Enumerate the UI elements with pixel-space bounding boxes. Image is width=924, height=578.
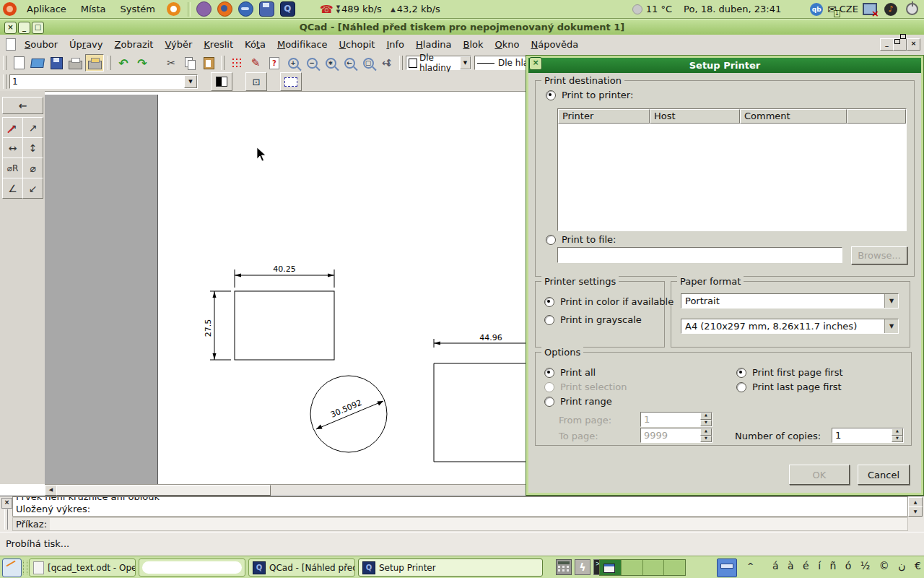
char-item[interactable]: é bbox=[803, 560, 809, 571]
task-blank[interactable] bbox=[139, 558, 245, 577]
workspace-switcher[interactable] bbox=[599, 559, 686, 576]
to-page-spinner[interactable]: 9999 ▲▼ bbox=[640, 428, 712, 443]
command-close-button[interactable]: × bbox=[1, 498, 12, 509]
radio-icon[interactable] bbox=[544, 315, 554, 325]
char-item[interactable]: ñ bbox=[829, 560, 836, 571]
command-input[interactable] bbox=[50, 518, 907, 530]
menu-upravy[interactable]: Úpravy bbox=[64, 39, 109, 50]
command-prompt-row[interactable]: Příkaz: bbox=[12, 517, 908, 531]
menu-places[interactable]: Místa bbox=[74, 0, 113, 18]
zoom-auto-button[interactable]: ∗ bbox=[322, 55, 339, 71]
menu-info[interactable]: Info bbox=[380, 39, 410, 50]
char-item[interactable]: ن bbox=[898, 560, 905, 571]
modem-icon[interactable]: ☎ bbox=[320, 3, 334, 16]
zoom-window-button[interactable]: ▢ bbox=[359, 55, 377, 71]
cut-button[interactable]: ✂ bbox=[162, 55, 180, 71]
workspace-2[interactable] bbox=[621, 560, 642, 575]
radio-icon[interactable] bbox=[546, 235, 556, 245]
spin-down-icon[interactable]: ▼ bbox=[700, 436, 712, 443]
orientation-combo[interactable]: Portrait ▼ bbox=[681, 293, 899, 309]
radio-icon[interactable] bbox=[544, 297, 554, 307]
qcad-launcher-icon[interactable]: Q bbox=[280, 1, 295, 17]
dim-radius-button[interactable]: ⌀R bbox=[2, 158, 23, 178]
chevron-down-icon[interactable]: ▼ bbox=[884, 294, 898, 308]
zoom-previous-button[interactable]: ← bbox=[341, 55, 358, 71]
print-to-file-radio[interactable]: Print to file: bbox=[546, 234, 616, 245]
menu-hladina[interactable]: Hladina bbox=[410, 39, 457, 50]
cancel-button[interactable]: Cancel bbox=[858, 465, 910, 485]
new-file-button[interactable] bbox=[10, 55, 27, 71]
thunderbird-launcher-icon[interactable] bbox=[238, 1, 253, 17]
char-item[interactable]: í bbox=[818, 560, 821, 571]
spin-up-icon[interactable]: ▲ bbox=[700, 428, 712, 436]
page-origin-toggle-button[interactable]: ⊡ bbox=[245, 72, 267, 91]
mdi-close-button[interactable]: × bbox=[907, 38, 920, 51]
redraw-button[interactable]: ? bbox=[266, 55, 283, 71]
char-item[interactable]: à bbox=[788, 560, 794, 571]
radio-icon[interactable] bbox=[736, 368, 746, 378]
dim-aligned-button[interactable]: ↗ bbox=[2, 117, 23, 138]
mdi-minimize-button[interactable]: _ bbox=[880, 38, 894, 51]
print-preview-button[interactable] bbox=[85, 54, 104, 72]
char-item[interactable]: ½ bbox=[860, 560, 871, 571]
show-desktop-button[interactable] bbox=[2, 558, 22, 577]
dim-vertical-button[interactable]: ↕ bbox=[22, 137, 43, 158]
menu-applications[interactable]: Aplikace bbox=[19, 0, 74, 18]
help-icon[interactable] bbox=[167, 2, 180, 16]
network-offline-icon[interactable] bbox=[863, 3, 877, 15]
print-to-printer-radio[interactable]: Print to printer: bbox=[546, 90, 633, 100]
clock[interactable]: Po, 18. duben, 23:41 bbox=[684, 4, 781, 14]
pidgin-launcher-icon[interactable] bbox=[196, 1, 212, 17]
menu-kota[interactable]: Kóta bbox=[239, 39, 271, 50]
volume-icon[interactable]: ♪ bbox=[884, 3, 897, 16]
pan-button[interactable] bbox=[378, 55, 396, 71]
mdi-restore-button[interactable] bbox=[893, 38, 907, 51]
print-all-radio[interactable]: Print all bbox=[544, 367, 596, 378]
menu-zobrazit[interactable]: Zobrazit bbox=[109, 39, 160, 50]
scroll-left-button[interactable]: ◀ bbox=[45, 485, 57, 496]
file-drawer-icon[interactable] bbox=[717, 558, 737, 577]
menu-okno[interactable]: Okno bbox=[489, 39, 525, 50]
spin-up-icon[interactable]: ▲ bbox=[892, 428, 903, 436]
spin-down-icon[interactable]: ▼ bbox=[700, 420, 712, 427]
menu-vyber[interactable]: Výběr bbox=[159, 39, 198, 50]
radio-icon[interactable] bbox=[736, 382, 746, 392]
dim-leader-button[interactable]: ↙ bbox=[22, 178, 43, 199]
radio-icon[interactable] bbox=[546, 90, 556, 100]
dim-diameter-button[interactable]: ⌀ bbox=[22, 158, 43, 178]
gimp-icon[interactable]: ϟ bbox=[575, 559, 590, 575]
calculator-icon[interactable] bbox=[556, 559, 572, 575]
palette-collapse-arrow[interactable]: ^ bbox=[747, 561, 754, 571]
temperature[interactable]: 11 °C bbox=[646, 4, 672, 14]
horizontal-scrollbar[interactable]: ◀ bbox=[45, 484, 526, 495]
task-writer[interactable]: [qcad_text.odt - Ope... bbox=[29, 558, 136, 577]
save-launcher-icon[interactable] bbox=[259, 1, 274, 17]
back-button[interactable]: ← bbox=[2, 97, 43, 114]
ok-button[interactable]: OK bbox=[789, 465, 850, 485]
last-page-first-radio[interactable]: Print last page first bbox=[736, 381, 842, 392]
first-page-first-radio[interactable]: Print first page first bbox=[736, 367, 843, 378]
zoom-in-button[interactable]: + bbox=[284, 55, 302, 71]
spin-up-icon[interactable]: ▲ bbox=[700, 413, 712, 420]
weather-icon[interactable] bbox=[632, 4, 642, 14]
undo-button[interactable]: ↶ bbox=[115, 55, 132, 71]
menu-uchopit[interactable]: Uchopit bbox=[334, 39, 381, 50]
col-printer[interactable]: Printer bbox=[558, 109, 650, 124]
menu-napoveda[interactable]: Nápověda bbox=[525, 39, 584, 50]
file-path-input[interactable] bbox=[557, 247, 842, 263]
copies-spinner[interactable]: 1 ▲▼ bbox=[832, 428, 904, 443]
char-item[interactable]: € bbox=[915, 560, 921, 571]
redo-button[interactable]: ↷ bbox=[134, 55, 151, 71]
spin-down-icon[interactable]: ▼ bbox=[892, 436, 903, 443]
menu-blok[interactable]: Blok bbox=[457, 39, 489, 50]
menu-kreslit[interactable]: Kreslit bbox=[198, 39, 239, 50]
dim-linear-button[interactable]: ↗ bbox=[22, 117, 43, 138]
dim-angular-button[interactable]: ∠ bbox=[2, 178, 23, 199]
qbittorrent-tray-icon[interactable]: qb bbox=[810, 3, 823, 16]
browse-button[interactable]: Browse... bbox=[851, 246, 907, 264]
draft-mode-button[interactable]: ✎ bbox=[247, 55, 264, 71]
drawing-canvas[interactable]: 40.25 27.5 30.5092 44.96 bbox=[45, 91, 526, 485]
dialog-close-button[interactable]: × bbox=[529, 57, 542, 70]
print-button[interactable] bbox=[66, 55, 84, 71]
grid-toggle-button[interactable] bbox=[228, 55, 245, 71]
